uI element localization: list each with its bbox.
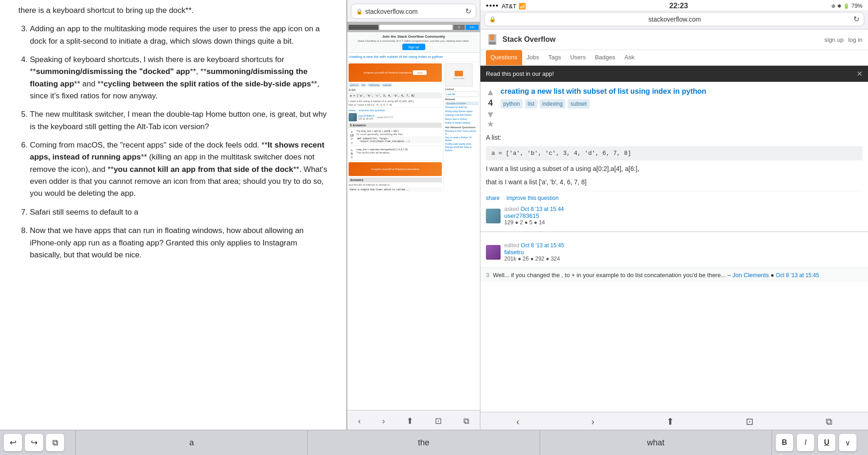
tab-tags[interactable]: Tags: [544, 50, 565, 65]
iphone-bookmarks-button[interactable]: ⊡: [740, 415, 759, 428]
login-link[interactable]: log in: [848, 36, 862, 43]
so-body-a-list: A list:: [486, 133, 862, 142]
chevron-down-icon: ∨: [845, 438, 851, 447]
asker-user-info: asked Oct 8 '13 at 15:44 user2783615 129…: [504, 206, 564, 226]
so-answer-section: edited Oct 8 '13 at 15:45 falsetru 201k …: [480, 231, 868, 267]
formatting-toolbar: B I U ∨: [772, 430, 868, 455]
tab-jobs[interactable]: Jobs: [522, 50, 544, 65]
bold-icon: B: [782, 438, 787, 447]
list-item: Adding an app to the multitasking mode r…: [30, 23, 328, 47]
middle-browser-panel: 🔒 stackoverflow.com ↻ Q Join: [347, 0, 480, 430]
iphone-status-bar: ●●●● AT&T 📶 22:23 ⊕ ✱ 🔋 79%: [480, 0, 868, 10]
browser-back-button[interactable]: ‹: [354, 415, 364, 428]
asker-username[interactable]: user2783615: [504, 212, 539, 219]
comment-count-badge: 3: [486, 272, 489, 279]
app-banner-close[interactable]: ✕: [857, 69, 862, 78]
iphone-share-button[interactable]: ⬆: [661, 415, 680, 428]
suggestion-what-text: what: [647, 438, 665, 448]
italic-button[interactable]: I: [797, 434, 814, 451]
browser-tabs-button[interactable]: ⧉: [460, 415, 473, 428]
redo-icon: ↪: [31, 438, 38, 448]
so-full-content: Stack Overflow sign up log in Questions …: [480, 29, 868, 412]
edited-label: edited: [504, 242, 519, 249]
svg-rect-1: [489, 42, 496, 44]
tab-questions[interactable]: Questions: [486, 50, 522, 65]
tag-python[interactable]: python: [501, 99, 523, 108]
bookmark-button[interactable]: ★: [487, 119, 494, 129]
copy-paste-button[interactable]: ⧉: [46, 434, 64, 451]
so-full-header: Stack Overflow sign up log in: [480, 29, 868, 50]
signup-link[interactable]: sign up: [824, 36, 844, 43]
list-item: Speaking of keyboard shortcuts, I wish t…: [30, 54, 328, 102]
browser-content: Q Join Join the Stack Overflow Community…: [347, 22, 480, 410]
iphone-tabs-button[interactable]: ⧉: [820, 415, 838, 428]
answerer-badges: ● 26 ● 292 ● 324: [518, 256, 560, 262]
redo-button[interactable]: ↪: [25, 434, 43, 451]
tag-indexing[interactable]: indexing: [540, 99, 566, 108]
tag-list[interactable]: list: [525, 99, 537, 108]
answerer-info: edited Oct 8 '13 at 15:45 falsetru 201k …: [486, 242, 862, 262]
tab-badges[interactable]: Badges: [590, 50, 620, 65]
browser-chrome: 🔒 stackoverflow.com ↻: [347, 0, 480, 22]
comment-commenter[interactable]: Jon Clements: [733, 272, 769, 279]
so-tags: python list indexing subset: [501, 99, 862, 108]
refresh-button[interactable]: ↻: [465, 7, 471, 16]
app-banner-text: Read this post in our app!: [486, 70, 554, 77]
header-text: there is a keyboard shortcut to bring up…: [18, 6, 194, 15]
document-list: Adding an app to the multitasking mode r…: [18, 23, 328, 261]
bold-button[interactable]: B: [776, 434, 793, 451]
so-question-title: creating a new list with subset of list …: [501, 87, 862, 96]
iphone-lock-icon: 🔒: [489, 16, 496, 23]
lock-icon: 🔒: [356, 8, 363, 15]
list-item-3-text: Adding an app to the multitasking mode r…: [30, 24, 320, 45]
list-item: Coming from macOS, the "recent apps" sid…: [30, 139, 328, 200]
so-mini-question-title: creating a new list with subset of list …: [349, 55, 478, 59]
underline-button[interactable]: U: [818, 434, 835, 451]
upvote-button[interactable]: ▲: [486, 87, 495, 97]
iphone-back-button[interactable]: ‹: [511, 415, 525, 428]
suggestion-the-text: the: [418, 438, 429, 448]
so-header-links: sign up log in: [824, 36, 862, 43]
comment-date-separator: ●: [771, 272, 776, 279]
answerer-username[interactable]: falsetru: [504, 249, 524, 256]
downvote-button[interactable]: ▼: [486, 110, 495, 119]
suggestion-what[interactable]: what: [540, 430, 772, 455]
browser-share-button[interactable]: ⬆: [403, 414, 417, 428]
suggestion-a-text: a: [189, 438, 194, 448]
status-left: ●●●● AT&T 📶: [486, 3, 526, 10]
carrier-label: AT&T: [502, 3, 516, 10]
so-share-bar: share improve this question: [486, 191, 862, 201]
so-vote-area: ▲ 4 ▼ ★: [486, 87, 495, 129]
browser-bookmarks-button[interactable]: ⊡: [431, 414, 445, 428]
a-list-label: A list:: [486, 134, 501, 141]
iphone-refresh-button[interactable]: ↻: [853, 15, 859, 23]
asked-label: asked: [504, 206, 519, 212]
location-icon: ⊕: [831, 3, 835, 9]
share-link[interactable]: share: [486, 195, 500, 201]
improve-link[interactable]: improve this question: [507, 195, 558, 201]
address-bar[interactable]: 🔒 stackoverflow.com ↻: [351, 4, 476, 19]
asked-date: Oct 8 '13 at 15:44: [520, 206, 564, 212]
bottom-toolbar: ↩ ↪ ⧉ a the what B I U ∨: [0, 430, 868, 455]
so-body-want: I want a list using a subset of a using …: [486, 164, 862, 174]
tag-subset[interactable]: subset: [568, 99, 589, 108]
so-logo-text: Stack Overflow: [502, 35, 556, 44]
list-item-5-text: The new multitask switcher, I mean the d…: [30, 110, 327, 131]
wifi-icon: 📶: [519, 3, 526, 10]
more-formatting-button[interactable]: ∨: [839, 434, 857, 451]
status-right: ⊕ ✱ 🔋 79%: [831, 3, 862, 9]
browser-forward-button[interactable]: ›: [378, 415, 389, 428]
battery-percent: 79%: [851, 3, 862, 9]
right-browser-panel: ●●●● AT&T 📶 22:23 ⊕ ✱ 🔋 79% 🔒 stackoverf…: [480, 0, 868, 430]
iphone-address-bar[interactable]: 🔒 stackoverflow.com ↻: [484, 12, 864, 26]
underline-icon: U: [824, 438, 829, 447]
tab-users[interactable]: Users: [565, 50, 590, 65]
so-app-banner: Read this post in our app! ✕: [480, 66, 868, 82]
comment-separator: –: [727, 272, 733, 279]
iphone-forward-button[interactable]: ›: [586, 415, 600, 428]
undo-button[interactable]: ↩: [4, 434, 22, 451]
suggestion-the[interactable]: the: [308, 430, 540, 455]
tab-ask[interactable]: Ask: [620, 50, 639, 65]
comment-text: Well... if you changed the , to + in you…: [493, 272, 726, 279]
suggestion-a[interactable]: a: [76, 430, 308, 455]
